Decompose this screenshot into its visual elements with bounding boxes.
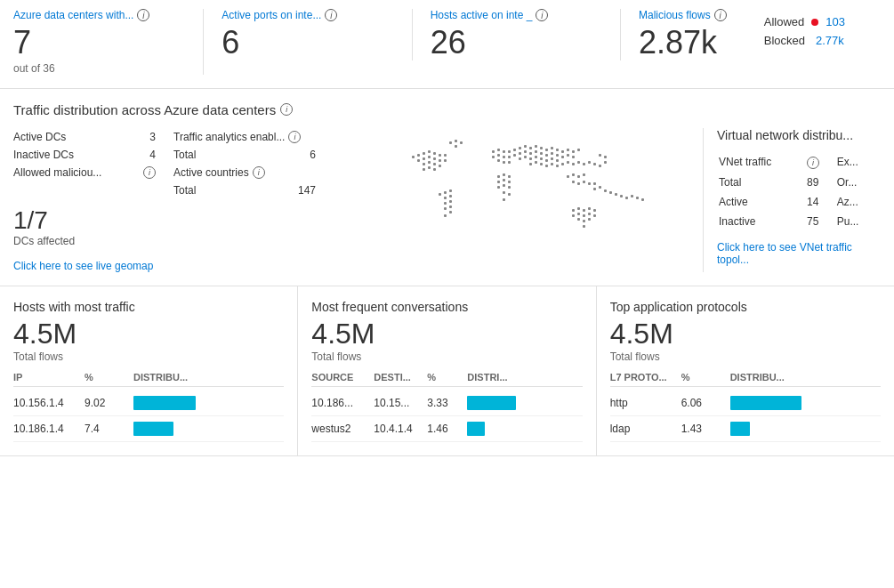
vnet-col2: Ex...: [837, 153, 879, 172]
azure-dc-label[interactable]: Azure data centers with... i: [13, 9, 185, 21]
svg-rect-116: [583, 220, 585, 222]
svg-rect-50: [508, 175, 511, 178]
svg-rect-1: [417, 154, 420, 157]
svg-rect-83: [519, 157, 521, 160]
svg-rect-90: [556, 159, 559, 162]
top-metrics-bar: Azure data centers with... i 7 out of 36…: [0, 0, 894, 89]
azure-dc-metric: Azure data centers with... i 7 out of 36: [13, 9, 204, 75]
allowed-mal-row: Allowed maliciou... i: [13, 164, 173, 181]
vnet-title: Virtual network distribu...: [717, 128, 881, 142]
svg-rect-5: [439, 154, 441, 157]
active-ports-label[interactable]: Active ports on inte... i: [221, 9, 393, 21]
svg-rect-24: [439, 193, 441, 196]
svg-rect-61: [524, 145, 527, 148]
svg-rect-130: [604, 189, 607, 192]
vnet-traffic-col: VNet traffic: [719, 153, 805, 172]
countries-info[interactable]: i: [253, 166, 265, 179]
analytics-info[interactable]: i: [288, 131, 301, 143]
conv-col-dist: DISTRI...: [467, 372, 582, 383]
protocols-panel-value: 4.5M: [610, 318, 881, 350]
conv-dst-1: 10.15...: [374, 397, 427, 409]
conv-pct-1: 3.33: [427, 397, 467, 409]
svg-rect-137: [641, 198, 644, 201]
hosts-pct-2: 7.4: [85, 423, 133, 435]
svg-rect-69: [567, 149, 569, 151]
dcs-affected-label: DCs affected: [13, 235, 334, 247]
vnet-total-row: Total 89 Or...: [719, 173, 879, 191]
svg-rect-3: [428, 150, 431, 153]
geomap-link[interactable]: Click here to see live geomap: [13, 260, 334, 272]
vnet-info-icon[interactable]: i: [807, 157, 819, 169]
hosts-pct-1: 9.02: [85, 397, 133, 409]
traffic-content: Active DCs 3 Inactive DCs 4 Allowed mali…: [13, 128, 881, 272]
vnet-info-col: i: [807, 153, 835, 172]
svg-rect-111: [577, 213, 580, 215]
conv-row-2: westus2 10.4.1.4 1.46: [311, 416, 582, 442]
svg-rect-70: [572, 150, 575, 153]
conv-col-dest: DESTI...: [374, 372, 427, 383]
hosts-active-label[interactable]: Hosts active on inte _ i: [431, 9, 602, 21]
svg-rect-16: [439, 165, 441, 167]
svg-rect-37: [503, 150, 505, 153]
svg-rect-34: [444, 214, 447, 217]
svg-rect-57: [503, 191, 505, 194]
allowed-dot: [811, 19, 818, 26]
svg-rect-56: [508, 186, 511, 189]
svg-rect-42: [503, 156, 505, 158]
svg-rect-35: [492, 150, 495, 153]
svg-rect-85: [529, 157, 532, 160]
svg-rect-104: [599, 165, 601, 167]
proto-name-2: ldap: [610, 423, 681, 435]
hosts-col-dist: DISTRIBU...: [133, 372, 284, 383]
svg-rect-31: [449, 205, 452, 208]
svg-rect-118: [583, 225, 585, 228]
hosts-col-pct: %: [85, 372, 133, 383]
blocked-count: 2.77k: [816, 32, 844, 51]
vnet-section: Virtual network distribu... VNet traffic…: [703, 128, 881, 272]
malicious-info-icon[interactable]: i: [714, 9, 727, 21]
vnet-table: VNet traffic i Ex... Total 89 Or... Acti…: [717, 151, 881, 232]
allowed-mal-info[interactable]: i: [143, 166, 156, 179]
svg-rect-126: [588, 182, 591, 185]
svg-rect-71: [577, 149, 580, 151]
allowed-count: 103: [826, 13, 845, 32]
svg-rect-134: [625, 197, 628, 199]
svg-rect-63: [535, 145, 537, 148]
active-ports-info-icon[interactable]: i: [325, 9, 337, 21]
svg-rect-128: [593, 188, 596, 190]
svg-rect-110: [572, 214, 575, 217]
svg-rect-36: [497, 149, 500, 151]
svg-rect-43: [508, 156, 511, 158]
svg-rect-30: [449, 200, 452, 203]
hosts-panel: Hosts with most traffic 4.5M Total flows…: [0, 286, 298, 455]
svg-rect-17: [428, 166, 431, 169]
hosts-col-ip: IP: [13, 372, 85, 383]
vnet-inactive-row: Inactive 75 Pu...: [719, 213, 879, 230]
hosts-bar-1: [133, 396, 284, 410]
proto-pct-1: 6.06: [681, 397, 730, 409]
traffic-section-title: Traffic distribution across Azure data c…: [13, 102, 881, 117]
conv-pct-2: 1.46: [427, 423, 467, 435]
svg-rect-40: [492, 156, 495, 158]
svg-rect-139: [604, 156, 607, 158]
svg-rect-95: [551, 163, 553, 165]
svg-rect-86: [535, 156, 537, 158]
svg-rect-6: [444, 154, 447, 157]
protocols-panel: Top application protocols 4.5M Total flo…: [597, 286, 894, 455]
proto-bar-1: [730, 396, 881, 410]
conversations-panel-sub: Total flows: [311, 350, 582, 363]
traffic-info-icon[interactable]: i: [280, 103, 293, 116]
svg-rect-127: [593, 182, 596, 185]
svg-rect-7: [417, 159, 420, 162]
azure-dc-info-icon[interactable]: i: [137, 9, 149, 21]
svg-rect-47: [508, 161, 511, 164]
svg-rect-120: [572, 173, 575, 176]
proto-col-name: L7 PROTO...: [610, 372, 681, 383]
conversations-panel-value: 4.5M: [311, 318, 582, 350]
vnet-topology-link[interactable]: Click here to see VNet traffic topol...: [717, 241, 881, 266]
svg-rect-28: [449, 195, 452, 197]
hosts-active-info-icon[interactable]: i: [536, 9, 548, 21]
malicious-flows-label[interactable]: Malicious flows i: [639, 9, 746, 21]
svg-rect-138: [599, 154, 601, 157]
svg-rect-72: [519, 152, 521, 155]
